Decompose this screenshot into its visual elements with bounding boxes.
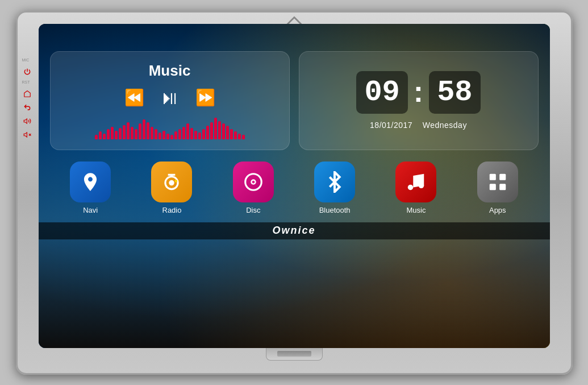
- eq-bar: [151, 127, 153, 139]
- svg-rect-15: [499, 173, 506, 180]
- eq-bar: [103, 134, 106, 139]
- eq-bar: [162, 131, 165, 139]
- home-side-button[interactable]: [22, 89, 32, 99]
- eq-bar: [198, 133, 201, 139]
- svg-point-5: [169, 180, 175, 185]
- svg-rect-16: [490, 184, 496, 190]
- eq-bar: [218, 121, 221, 139]
- volume-up-button[interactable]: [22, 116, 32, 126]
- app-disc[interactable]: Disc: [233, 162, 274, 214]
- eq-bar: [238, 134, 241, 139]
- eq-bar: [147, 122, 149, 139]
- eq-bar: [190, 128, 193, 139]
- app-radio[interactable]: Radio: [151, 162, 192, 214]
- eq-bar: [107, 129, 110, 139]
- clock-date: 18/01/2017: [370, 121, 412, 130]
- eq-bar: [178, 129, 181, 139]
- volume-down-button[interactable]: [22, 130, 32, 140]
- eq-bar: [111, 127, 114, 139]
- app-bluetooth[interactable]: Bluetooth: [314, 162, 355, 214]
- clock-digits: 09 : 58: [356, 71, 480, 114]
- apps-icon: [477, 162, 518, 202]
- clock-colon: :: [414, 74, 423, 109]
- music-widget[interactable]: Music ⏪ ⏯ ⏩: [50, 51, 290, 150]
- eq-bar: [230, 129, 233, 139]
- clock-widget: 09 : 58 18/01/2017 Wednesday: [299, 51, 539, 150]
- eq-bar: [139, 123, 141, 139]
- eq-bar: [194, 131, 197, 139]
- eq-bar: [123, 125, 126, 139]
- eq-bar: [186, 123, 189, 139]
- disc-icon: [233, 162, 274, 202]
- eq-bar: [95, 135, 98, 139]
- connector-slot: [277, 351, 311, 357]
- music-label: Music: [406, 206, 426, 214]
- power-button[interactable]: [22, 67, 32, 77]
- side-buttons: MIC RST: [22, 58, 32, 140]
- eq-bar: [214, 118, 217, 139]
- clock-day: Wednesday: [423, 121, 467, 130]
- eq-bar: [159, 133, 161, 139]
- main-content: Music ⏪ ⏯ ⏩ 09 : 58: [39, 42, 550, 348]
- music-widget-title: Music: [62, 62, 278, 80]
- svg-rect-17: [499, 184, 506, 190]
- eq-bar: [206, 126, 209, 139]
- svg-marker-1: [24, 132, 27, 136]
- play-pause-button[interactable]: ⏯: [160, 86, 180, 109]
- rst-label: RST: [22, 80, 32, 84]
- brand-bar: Ownice: [39, 222, 550, 239]
- eq-bar: [127, 122, 130, 139]
- eq-bar: [202, 129, 205, 139]
- eq-bar: [210, 122, 213, 139]
- eq-bar: [170, 135, 173, 139]
- clock-minute: 58: [429, 71, 480, 114]
- app-apps[interactable]: Apps: [477, 162, 518, 214]
- apps-label: Apps: [489, 206, 506, 214]
- music-equalizer: [62, 117, 278, 139]
- eq-bar: [155, 129, 157, 139]
- navi-label: Navi: [83, 206, 98, 214]
- eq-bar: [135, 129, 137, 139]
- screen: ⌖ ✱ 4G Ⅱ 9:58 AM ↩ Music ⏪: [39, 24, 550, 348]
- svg-marker-0: [24, 118, 27, 123]
- rewind-button[interactable]: ⏪: [124, 88, 144, 107]
- svg-point-11: [252, 180, 255, 183]
- eq-bar: [119, 128, 122, 139]
- svg-point-8: [175, 180, 178, 183]
- music-controls: ⏪ ⏯ ⏩: [62, 86, 278, 109]
- brand-name: Ownice: [272, 225, 315, 237]
- eq-bar: [143, 119, 145, 139]
- app-navi[interactable]: Navi: [70, 162, 111, 214]
- radio-icon: [151, 162, 192, 202]
- eq-bar: [115, 131, 118, 139]
- eq-bar: [166, 134, 169, 139]
- disc-label: Disc: [246, 206, 260, 214]
- eq-bar: [174, 131, 177, 139]
- clock-hour: 09: [356, 71, 407, 114]
- eq-bar: [182, 127, 185, 139]
- bottom-connector: [266, 348, 323, 361]
- fast-forward-button[interactable]: ⏩: [195, 88, 215, 107]
- eq-bar: [226, 126, 229, 139]
- navi-icon: [70, 162, 111, 202]
- radio-label: Radio: [162, 206, 182, 214]
- device-body: MIC RST: [16, 11, 573, 375]
- widgets-row: Music ⏪ ⏯ ⏩ 09 : 58: [39, 42, 550, 156]
- eq-bar: [131, 127, 134, 139]
- clock-date-day: 18/01/2017 Wednesday: [370, 121, 467, 130]
- back-side-button[interactable]: [22, 102, 32, 113]
- mic-label: MIC: [22, 58, 32, 62]
- eq-bar: [222, 123, 225, 139]
- music-icon: [395, 162, 436, 202]
- bluetooth-icon: [314, 162, 355, 202]
- bluetooth-label: Bluetooth: [319, 206, 351, 214]
- eq-bar: [234, 131, 237, 139]
- app-music[interactable]: Music: [395, 162, 436, 214]
- svg-rect-14: [490, 173, 496, 180]
- svg-point-12: [408, 184, 414, 190]
- eq-bar: [99, 131, 102, 139]
- eq-bar: [242, 135, 245, 139]
- svg-point-13: [419, 183, 424, 188]
- apps-row: NaviRadioDiscBluetoothMusicApps: [39, 156, 550, 222]
